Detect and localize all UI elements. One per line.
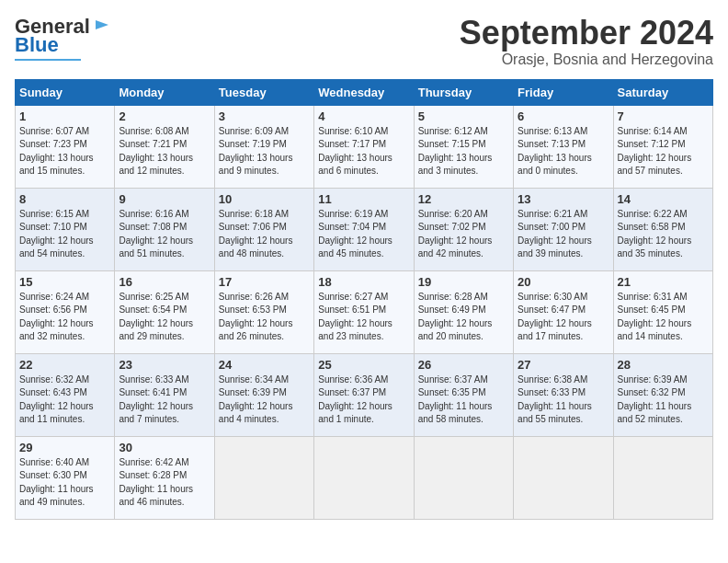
calendar-cell: 13Sunrise: 6:21 AM Sunset: 7:00 PM Dayli…	[514, 188, 613, 270]
svg-marker-0	[96, 20, 108, 29]
location: Orasje, Bosnia and Herzegovina	[460, 52, 713, 68]
title-block: September 2024 Orasje, Bosnia and Herzeg…	[460, 15, 713, 68]
calendar-cell: 19Sunrise: 6:28 AM Sunset: 6:49 PM Dayli…	[414, 270, 513, 353]
weekday-header-friday: Friday	[514, 79, 613, 105]
calendar-header-row: SundayMondayTuesdayWednesdayThursdayFrid…	[16, 79, 713, 105]
calendar-cell: 4Sunrise: 6:10 AM Sunset: 7:17 PM Daylig…	[314, 105, 414, 188]
day-details: Sunrise: 6:34 AM Sunset: 6:39 PM Dayligh…	[219, 373, 310, 427]
day-number: 5	[418, 109, 509, 123]
logo-icon	[92, 15, 112, 35]
weekday-header-sunday: Sunday	[16, 79, 115, 105]
day-number: 12	[418, 192, 509, 206]
calendar-cell: 1Sunrise: 6:07 AM Sunset: 7:23 PM Daylig…	[16, 105, 115, 188]
day-number: 18	[318, 275, 409, 289]
calendar-cell: 29Sunrise: 6:40 AM Sunset: 6:30 PM Dayli…	[16, 436, 115, 519]
calendar-cell	[514, 436, 613, 519]
day-number: 23	[119, 358, 210, 372]
day-details: Sunrise: 6:30 AM Sunset: 6:47 PM Dayligh…	[518, 291, 609, 344]
calendar-cell: 24Sunrise: 6:34 AM Sunset: 6:39 PM Dayli…	[214, 353, 313, 436]
calendar-cell: 22Sunrise: 6:32 AM Sunset: 6:43 PM Dayli…	[16, 353, 115, 436]
day-details: Sunrise: 6:32 AM Sunset: 6:43 PM Dayligh…	[19, 373, 110, 427]
day-details: Sunrise: 6:25 AM Sunset: 6:54 PM Dayligh…	[119, 291, 210, 344]
calendar-cell: 25Sunrise: 6:36 AM Sunset: 6:37 PM Dayli…	[314, 353, 414, 436]
calendar-cell: 26Sunrise: 6:37 AM Sunset: 6:35 PM Dayli…	[414, 353, 513, 436]
day-number: 24	[219, 358, 310, 372]
calendar-cell: 16Sunrise: 6:25 AM Sunset: 6:54 PM Dayli…	[115, 270, 214, 353]
day-details: Sunrise: 6:42 AM Sunset: 6:28 PM Dayligh…	[119, 456, 210, 510]
day-number: 9	[119, 192, 210, 206]
day-details: Sunrise: 6:10 AM Sunset: 7:17 PM Dayligh…	[318, 125, 409, 178]
day-details: Sunrise: 6:18 AM Sunset: 7:06 PM Dayligh…	[219, 208, 310, 261]
calendar-week-2: 8Sunrise: 6:15 AM Sunset: 7:10 PM Daylig…	[16, 188, 713, 270]
page-header: General Blue September 2024 Orasje, Bosn…	[15, 15, 713, 68]
calendar-cell: 9Sunrise: 6:16 AM Sunset: 7:08 PM Daylig…	[115, 188, 214, 270]
day-details: Sunrise: 6:26 AM Sunset: 6:53 PM Dayligh…	[219, 291, 310, 344]
day-number: 6	[518, 109, 609, 123]
calendar-cell: 14Sunrise: 6:22 AM Sunset: 6:58 PM Dayli…	[613, 188, 712, 270]
calendar-table: SundayMondayTuesdayWednesdayThursdayFrid…	[15, 79, 713, 520]
day-number: 17	[219, 275, 310, 289]
day-number: 11	[318, 192, 409, 206]
calendar-cell: 2Sunrise: 6:08 AM Sunset: 7:21 PM Daylig…	[115, 105, 214, 188]
day-number: 27	[518, 358, 609, 372]
calendar-cell: 12Sunrise: 6:20 AM Sunset: 7:02 PM Dayli…	[414, 188, 513, 270]
calendar-cell: 21Sunrise: 6:31 AM Sunset: 6:45 PM Dayli…	[613, 270, 712, 353]
day-number: 25	[318, 358, 409, 372]
day-details: Sunrise: 6:38 AM Sunset: 6:33 PM Dayligh…	[518, 373, 609, 427]
calendar-cell: 3Sunrise: 6:09 AM Sunset: 7:19 PM Daylig…	[214, 105, 313, 188]
day-number: 29	[19, 441, 110, 454]
calendar-cell	[314, 436, 414, 519]
day-details: Sunrise: 6:36 AM Sunset: 6:37 PM Dayligh…	[318, 373, 409, 427]
day-details: Sunrise: 6:09 AM Sunset: 7:19 PM Dayligh…	[219, 125, 310, 178]
day-details: Sunrise: 6:20 AM Sunset: 7:02 PM Dayligh…	[418, 208, 509, 261]
logo-underline	[15, 59, 81, 61]
calendar-week-5: 29Sunrise: 6:40 AM Sunset: 6:30 PM Dayli…	[16, 436, 713, 519]
day-details: Sunrise: 6:16 AM Sunset: 7:08 PM Dayligh…	[119, 208, 210, 261]
calendar-week-3: 15Sunrise: 6:24 AM Sunset: 6:56 PM Dayli…	[16, 270, 713, 353]
day-details: Sunrise: 6:24 AM Sunset: 6:56 PM Dayligh…	[19, 291, 110, 344]
day-number: 10	[219, 192, 310, 206]
calendar-cell: 23Sunrise: 6:33 AM Sunset: 6:41 PM Dayli…	[115, 353, 214, 436]
calendar-cell: 27Sunrise: 6:38 AM Sunset: 6:33 PM Dayli…	[514, 353, 613, 436]
day-number: 4	[318, 109, 409, 123]
day-number: 30	[119, 441, 210, 454]
day-number: 13	[518, 192, 609, 206]
day-details: Sunrise: 6:13 AM Sunset: 7:13 PM Dayligh…	[518, 125, 609, 178]
calendar-cell: 11Sunrise: 6:19 AM Sunset: 7:04 PM Dayli…	[314, 188, 414, 270]
day-details: Sunrise: 6:28 AM Sunset: 6:49 PM Dayligh…	[418, 291, 509, 344]
day-details: Sunrise: 6:12 AM Sunset: 7:15 PM Dayligh…	[418, 125, 509, 178]
day-details: Sunrise: 6:40 AM Sunset: 6:30 PM Dayligh…	[19, 456, 110, 510]
weekday-header-monday: Monday	[115, 79, 214, 105]
calendar-cell: 28Sunrise: 6:39 AM Sunset: 6:32 PM Dayli…	[613, 353, 712, 436]
calendar-cell: 30Sunrise: 6:42 AM Sunset: 6:28 PM Dayli…	[115, 436, 214, 519]
day-details: Sunrise: 6:07 AM Sunset: 7:23 PM Dayligh…	[19, 125, 110, 178]
day-number: 20	[518, 275, 609, 289]
calendar-cell: 20Sunrise: 6:30 AM Sunset: 6:47 PM Dayli…	[514, 270, 613, 353]
calendar-cell	[214, 436, 313, 519]
day-details: Sunrise: 6:14 AM Sunset: 7:12 PM Dayligh…	[618, 125, 709, 178]
calendar-cell: 17Sunrise: 6:26 AM Sunset: 6:53 PM Dayli…	[214, 270, 313, 353]
day-details: Sunrise: 6:19 AM Sunset: 7:04 PM Dayligh…	[318, 208, 409, 261]
calendar-week-1: 1Sunrise: 6:07 AM Sunset: 7:23 PM Daylig…	[16, 105, 713, 188]
day-details: Sunrise: 6:21 AM Sunset: 7:00 PM Dayligh…	[518, 208, 609, 261]
day-number: 26	[418, 358, 509, 372]
day-number: 16	[119, 275, 210, 289]
weekday-header-thursday: Thursday	[414, 79, 513, 105]
day-number: 19	[418, 275, 509, 289]
day-details: Sunrise: 6:31 AM Sunset: 6:45 PM Dayligh…	[618, 291, 709, 344]
day-details: Sunrise: 6:33 AM Sunset: 6:41 PM Dayligh…	[119, 373, 210, 427]
logo-blue: Blue	[15, 33, 59, 57]
day-number: 8	[19, 192, 110, 206]
calendar-week-4: 22Sunrise: 6:32 AM Sunset: 6:43 PM Dayli…	[16, 353, 713, 436]
day-number: 3	[219, 109, 310, 123]
calendar-cell: 18Sunrise: 6:27 AM Sunset: 6:51 PM Dayli…	[314, 270, 414, 353]
day-number: 2	[119, 109, 210, 123]
calendar-cell: 5Sunrise: 6:12 AM Sunset: 7:15 PM Daylig…	[414, 105, 513, 188]
calendar-cell	[613, 436, 712, 519]
day-number: 7	[618, 109, 709, 123]
month-title: September 2024	[460, 15, 713, 52]
weekday-header-tuesday: Tuesday	[214, 79, 313, 105]
day-details: Sunrise: 6:15 AM Sunset: 7:10 PM Dayligh…	[19, 208, 110, 261]
day-number: 22	[19, 358, 110, 372]
day-details: Sunrise: 6:27 AM Sunset: 6:51 PM Dayligh…	[318, 291, 409, 344]
